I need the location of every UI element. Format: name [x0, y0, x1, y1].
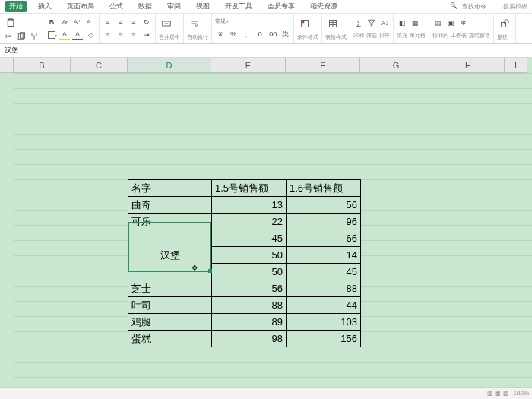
- tab-data[interactable]: 数据: [134, 1, 157, 12]
- name-box[interactable]: 汉堡: [0, 46, 30, 55]
- shapes-icon[interactable]: [497, 16, 512, 31]
- spreadsheet-grid[interactable]: B C D E F G H I 名字 1.5号销售额 1.6号销售额 曲奇 13…: [0, 58, 532, 399]
- orientation-icon[interactable]: ↻: [141, 17, 152, 27]
- copy-icon[interactable]: [16, 31, 27, 42]
- cell[interactable]: 156: [287, 331, 361, 347]
- cell[interactable]: 45: [212, 230, 287, 247]
- borders-dropdown[interactable]: ▾: [46, 30, 57, 40]
- header-sales-1-6[interactable]: 1.6号销售额: [287, 180, 361, 197]
- cell[interactable]: 13: [212, 197, 287, 214]
- cell[interactable]: 56: [212, 280, 287, 297]
- row-col-icon[interactable]: ▤: [432, 17, 443, 28]
- sum-icon[interactable]: ∑: [353, 17, 364, 28]
- table-style-icon[interactable]: [325, 16, 340, 31]
- col-header-f[interactable]: F: [286, 58, 360, 73]
- comma-icon[interactable]: ,: [241, 29, 252, 40]
- view-buttons[interactable]: ▥ ▦ ▧: [487, 390, 508, 397]
- cell[interactable]: 96: [287, 214, 361, 230]
- tab-formulas[interactable]: 公式: [105, 1, 128, 12]
- col-header-h[interactable]: H: [432, 58, 505, 73]
- tab-page-layout[interactable]: 页面布局: [62, 1, 99, 12]
- cell[interactable]: 鸡腿: [128, 314, 212, 331]
- col-header-d[interactable]: D: [128, 58, 211, 73]
- cond-format-icon[interactable]: [297, 16, 312, 31]
- align-middle-icon[interactable]: ≡: [116, 17, 126, 27]
- cell[interactable]: 22: [212, 214, 287, 230]
- increase-decimal-icon[interactable]: .00: [267, 29, 277, 40]
- cell[interactable]: 56: [287, 197, 361, 214]
- sort-icon[interactable]: A↓: [379, 17, 390, 28]
- cell[interactable]: 芝士: [128, 280, 212, 297]
- clear-format-icon[interactable]: ◇: [85, 30, 96, 40]
- shapes-label: 形状: [497, 33, 512, 41]
- tab-resources[interactable]: 稻壳资源: [306, 1, 342, 12]
- worksheet-icon[interactable]: ▣: [445, 17, 456, 28]
- font-color-icon[interactable]: A: [72, 30, 83, 40]
- cell[interactable]: 98: [212, 331, 287, 347]
- align-left-icon[interactable]: ≡: [103, 30, 113, 40]
- merge-center-label: 合并居中: [159, 33, 180, 41]
- align-bottom-icon[interactable]: ≡: [128, 17, 139, 27]
- template-search-hint: 搜索模板: [503, 2, 527, 11]
- cell[interactable]: 88: [212, 297, 287, 314]
- col-header-e[interactable]: E: [211, 58, 286, 73]
- cell[interactable]: 88: [287, 280, 361, 297]
- tab-member[interactable]: 会员专享: [263, 1, 299, 12]
- tab-home[interactable]: 开始: [5, 1, 27, 12]
- merge-center-icon[interactable]: [159, 16, 174, 31]
- cell[interactable]: 14: [287, 247, 361, 264]
- header-name[interactable]: 名字: [128, 180, 212, 197]
- decrease-font-icon[interactable]: A⁻: [85, 17, 96, 27]
- cell-icon[interactable]: ▦: [410, 17, 420, 28]
- tab-dev-tools[interactable]: 开发工具: [220, 1, 257, 12]
- cell[interactable]: 44: [287, 297, 361, 314]
- col-header-c[interactable]: C: [71, 58, 128, 73]
- cell[interactable]: 可乐: [128, 214, 212, 230]
- menu-bar: 开始 插入 页面布局 公式 数据 审阅 视图 开发工具 会员专享 稻壳资源 🔍 …: [0, 0, 532, 14]
- col-header-b[interactable]: B: [14, 58, 71, 73]
- wrap-text-icon[interactable]: [187, 16, 202, 31]
- select-all-corner[interactable]: [0, 58, 14, 73]
- zoom-level[interactable]: 100%: [514, 390, 529, 397]
- svg-rect-4: [32, 33, 36, 36]
- col-header-g[interactable]: G: [360, 58, 432, 73]
- svg-point-11: [504, 20, 508, 24]
- cell[interactable]: 50: [212, 247, 287, 264]
- cell[interactable]: 89: [212, 314, 287, 331]
- fill-color-icon[interactable]: A: [59, 30, 70, 40]
- fill-icon[interactable]: ◧: [397, 17, 407, 28]
- tab-review[interactable]: 审阅: [163, 1, 185, 12]
- bold-icon[interactable]: B: [46, 17, 57, 27]
- align-center-icon[interactable]: ≡: [116, 30, 126, 40]
- header-sales-1-5[interactable]: 1.5号销售额: [212, 180, 287, 197]
- cut-icon[interactable]: ✂: [3, 31, 14, 42]
- col-header-i[interactable]: I: [505, 58, 527, 73]
- font-size-dropdown[interactable]: A▾: [59, 17, 70, 27]
- percent-icon[interactable]: %: [228, 29, 239, 40]
- cell[interactable]: 吐司: [128, 297, 212, 314]
- freeze-icon[interactable]: ❄: [458, 17, 469, 28]
- cond-format-label: 条件格式: [297, 33, 318, 41]
- cell[interactable]: 50: [212, 264, 287, 280]
- command-search-input[interactable]: [462, 2, 499, 11]
- filter-icon[interactable]: [366, 17, 377, 28]
- number-type-icon[interactable]: 类: [280, 29, 290, 40]
- decrease-decimal-icon[interactable]: .0: [254, 29, 264, 40]
- number-format-dropdown[interactable]: 常规: [215, 17, 226, 25]
- align-top-icon[interactable]: ≡: [103, 17, 113, 27]
- cell[interactable]: 66: [287, 230, 361, 247]
- increase-font-icon[interactable]: A⁺: [72, 17, 83, 27]
- tab-view[interactable]: 视图: [192, 1, 214, 12]
- cell-merged[interactable]: 汉堡: [128, 230, 212, 280]
- currency-icon[interactable]: ¥: [215, 29, 226, 40]
- cell[interactable]: 45: [287, 264, 361, 280]
- indent-icon[interactable]: ⇥: [141, 30, 152, 40]
- cell[interactable]: 103: [287, 314, 361, 331]
- cell[interactable]: 曲奇: [128, 197, 212, 214]
- format-painter-icon[interactable]: [29, 31, 40, 42]
- table-row: 可乐 22 96: [128, 214, 361, 230]
- paste-icon[interactable]: [3, 15, 18, 30]
- cell[interactable]: 蛋糕: [128, 331, 212, 347]
- tab-insert[interactable]: 插入: [33, 1, 56, 12]
- align-right-icon[interactable]: ≡: [128, 30, 139, 40]
